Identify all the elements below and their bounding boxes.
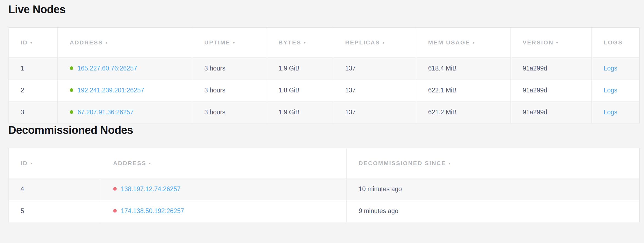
node-address-link[interactable]: 165.227.60.76:26257: [77, 65, 137, 72]
column-header-label: REPLICAS: [345, 39, 380, 46]
column-header-address[interactable]: ADDRESS▾: [101, 148, 346, 178]
table-row: 2 192.241.239.201:26257 3 hours 1.8 GiB …: [9, 79, 639, 101]
node-replicas-cell: 137: [333, 79, 416, 101]
column-header-uptime[interactable]: UPTIME▾: [192, 28, 266, 57]
node-list-page: Live Nodes ID▾ ADDRESS▾ UPTIME▾: [0, 0, 644, 222]
sort-arrow-icon: ▾: [304, 40, 306, 45]
node-mem-usage-cell: 621.2 MiB: [416, 101, 510, 123]
node-bytes-cell: 1.9 GiB: [266, 57, 333, 79]
live-nodes-table: ID▾ ADDRESS▾ UPTIME▾ BYTES▾ REPLICAS▾: [8, 27, 640, 123]
node-replicas-cell: 137: [333, 101, 416, 123]
decommissioned-status-icon: [113, 209, 117, 213]
node-address-cell: 174.138.50.192:26257: [101, 200, 346, 222]
column-header-id[interactable]: ID▾: [9, 148, 101, 178]
node-replicas-cell: 137: [333, 57, 416, 79]
decommissioned-nodes-title: Decommissioned Nodes: [8, 123, 639, 137]
sort-arrow-icon: ▾: [556, 40, 558, 45]
live-status-icon: [70, 88, 73, 92]
node-address-cell: 67.207.91.36:26257: [57, 101, 192, 123]
sort-arrow-icon: ▾: [473, 40, 475, 45]
node-id-cell: 1: [9, 57, 57, 79]
node-id-cell: 5: [9, 200, 101, 222]
live-status-icon: [70, 66, 73, 70]
sort-arrow-icon: ▾: [233, 40, 235, 45]
table-row: 5 174.138.50.192:26257 9 minutes ago: [9, 200, 639, 222]
table-row: 3 67.207.91.36:26257 3 hours 1.9 GiB 137…: [9, 101, 639, 123]
node-uptime-cell: 3 hours: [192, 79, 266, 101]
column-header-label: MEM USAGE: [428, 39, 470, 46]
node-address-link[interactable]: 138.197.12.74:26257: [121, 185, 180, 193]
sort-arrow-icon: ▾: [149, 161, 151, 165]
sort-arrow-icon: ▾: [30, 40, 32, 45]
column-header-logs: LOGS: [591, 28, 639, 57]
decommissioned-nodes-header-row: ID▾ ADDRESS▾ DECOMMISSIONED SINCE▾: [9, 148, 639, 178]
decommissioned-status-icon: [113, 187, 117, 191]
column-header-label: ADDRESS: [70, 39, 103, 46]
column-header-label: UPTIME: [204, 39, 230, 46]
column-header-mem-usage[interactable]: MEM USAGE▾: [416, 28, 510, 57]
column-header-label: ADDRESS: [113, 160, 146, 166]
node-logs-link[interactable]: Logs: [604, 65, 617, 72]
column-header-replicas[interactable]: REPLICAS▾: [333, 28, 416, 57]
node-address-link[interactable]: 192.241.239.201:26257: [77, 87, 144, 94]
decommissioned-nodes-section: Decommissioned Nodes ID▾ ADDRESS▾ DECOMM…: [8, 123, 639, 222]
sort-arrow-icon: ▾: [30, 161, 32, 165]
column-header-label: LOGS: [604, 39, 623, 46]
sort-arrow-icon: ▾: [105, 40, 107, 45]
live-nodes-section: Live Nodes ID▾ ADDRESS▾ UPTIME▾: [8, 3, 639, 123]
node-mem-usage-cell: 622.1 MiB: [416, 79, 510, 101]
node-decommissioned-since-cell: 10 minutes ago: [346, 178, 639, 200]
node-id-cell: 3: [9, 101, 57, 123]
sort-arrow-icon: ▾: [448, 161, 450, 165]
node-version-cell: 91a299d: [510, 57, 591, 79]
node-logs-cell: Logs: [591, 57, 639, 79]
node-logs-cell: Logs: [591, 101, 639, 123]
node-id-cell: 2: [9, 79, 57, 101]
node-logs-cell: Logs: [591, 79, 639, 101]
node-bytes-cell: 1.8 GiB: [266, 79, 333, 101]
node-decommissioned-since-cell: 9 minutes ago: [346, 200, 639, 222]
column-header-bytes[interactable]: BYTES▾: [266, 28, 333, 57]
column-header-label: BYTES: [278, 39, 301, 46]
live-nodes-header-row: ID▾ ADDRESS▾ UPTIME▾ BYTES▾ REPLICAS▾: [9, 28, 639, 57]
node-address-cell: 192.241.239.201:26257: [57, 79, 192, 101]
column-header-label: ID: [21, 39, 28, 46]
live-nodes-title: Live Nodes: [8, 3, 639, 16]
decommissioned-nodes-table: ID▾ ADDRESS▾ DECOMMISSIONED SINCE▾ 4 138…: [8, 148, 640, 222]
column-header-label: DECOMMISSIONED SINCE: [359, 160, 446, 166]
node-address-link[interactable]: 67.207.91.36:26257: [77, 109, 134, 116]
table-row: 4 138.197.12.74:26257 10 minutes ago: [9, 178, 639, 200]
node-bytes-cell: 1.9 GiB: [266, 101, 333, 123]
node-address-cell: 165.227.60.76:26257: [57, 57, 192, 79]
node-id-cell: 4: [9, 178, 101, 200]
node-mem-usage-cell: 618.4 MiB: [416, 57, 510, 79]
column-header-label: ID: [21, 160, 28, 166]
node-version-cell: 91a299d: [510, 79, 591, 101]
node-logs-link[interactable]: Logs: [604, 109, 617, 116]
node-uptime-cell: 3 hours: [192, 57, 266, 79]
node-logs-link[interactable]: Logs: [604, 87, 617, 94]
column-header-decommissioned-since[interactable]: DECOMMISSIONED SINCE▾: [346, 148, 639, 178]
column-header-version[interactable]: VERSION▾: [510, 28, 591, 57]
node-address-cell: 138.197.12.74:26257: [101, 178, 346, 200]
node-version-cell: 91a299d: [510, 101, 591, 123]
table-row: 1 165.227.60.76:26257 3 hours 1.9 GiB 13…: [9, 57, 639, 79]
column-header-label: VERSION: [523, 39, 554, 46]
column-header-address[interactable]: ADDRESS▾: [57, 28, 192, 57]
sort-arrow-icon: ▾: [383, 40, 384, 45]
column-header-id[interactable]: ID▾: [9, 28, 57, 57]
node-uptime-cell: 3 hours: [192, 101, 266, 123]
live-status-icon: [70, 110, 73, 114]
node-address-link[interactable]: 174.138.50.192:26257: [121, 207, 184, 214]
